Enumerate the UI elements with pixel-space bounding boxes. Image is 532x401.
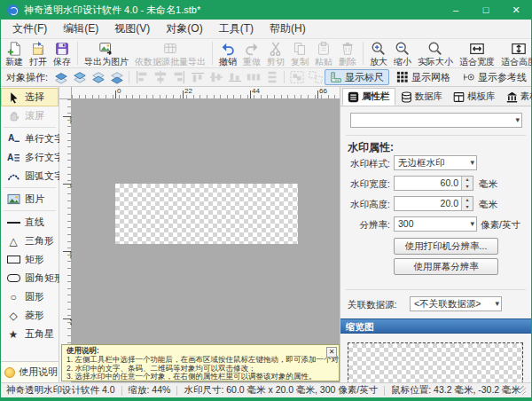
save-icon — [54, 41, 70, 57]
template-icon — [453, 91, 465, 103]
tab-properties[interactable]: 属性栏 — [342, 88, 395, 106]
datasource-label: 关联数据源: — [348, 299, 396, 311]
tool-multi-line-text[interactable]: A 多行文字 — [1, 148, 59, 167]
app-window: 神奇透明水印设计软件 4.0 - 未命名1.stb* – □ ✕ 文件(F) 编… — [0, 0, 532, 401]
delete-button: 删除 — [336, 40, 359, 67]
menu-edit[interactable]: 编辑(E) — [55, 19, 106, 39]
save-button[interactable]: 保存 — [51, 40, 74, 67]
tool-line[interactable]: 直线 — [1, 213, 59, 232]
style-dropdown[interactable]: 无边框水印 — [394, 155, 477, 170]
minimize-button[interactable]: – — [441, 0, 471, 20]
open-file-icon — [30, 41, 46, 57]
watermark-object[interactable] — [115, 184, 298, 244]
tool-star[interactable]: ★ 五角星 — [1, 325, 59, 343]
maximize-button[interactable]: □ — [471, 0, 501, 20]
width-input[interactable]: 60.0▴▾ — [394, 176, 473, 191]
height-input[interactable]: 20.0▴▾ — [394, 196, 473, 211]
send-to-back-button[interactable] — [107, 69, 126, 85]
fit-height-button[interactable]: 适合高度 — [498, 40, 532, 67]
help-button[interactable]: 使用说明 — [1, 361, 59, 382]
menu-help[interactable]: 帮助(H) — [262, 19, 314, 39]
title-bar: 神奇透明水印设计软件 4.0 - 未命名1.stb* – □ ✕ — [1, 0, 531, 20]
open-button[interactable]: 打开 — [27, 40, 50, 67]
tool-circle[interactable]: ○ 圆形 — [1, 287, 59, 306]
new-button[interactable]: 新建 — [3, 40, 26, 67]
width-spinner[interactable]: ▴▾ — [461, 177, 473, 190]
undo-button[interactable]: 撤销 — [216, 40, 239, 67]
zoom-in-button[interactable]: 放大 — [367, 40, 390, 67]
rectangle-icon — [5, 256, 21, 263]
tool-rounded-rectangle[interactable]: 圆角矩形 — [1, 269, 59, 287]
diamond-icon: ◇ — [5, 311, 21, 321]
export-image-button[interactable]: 导出为图片 — [82, 40, 131, 67]
show-ruler-toggle[interactable]: 显示标尺 — [325, 69, 389, 85]
properties-icon — [348, 91, 359, 103]
fit-width-button[interactable]: 适合宽度 — [457, 40, 497, 67]
menu-view[interactable]: 视图(V) — [106, 19, 158, 39]
instructions-close-button[interactable]: ✕ — [326, 347, 337, 358]
window-controls: – □ ✕ — [441, 0, 531, 20]
main-area: 选择 滚屏 A 单行文字 A 多行文字 圆弧文字 图片 — [1, 87, 531, 382]
close-button[interactable]: ✕ — [501, 0, 531, 20]
zoom-in-icon — [371, 41, 387, 57]
send-backward-button[interactable] — [89, 69, 107, 85]
dpi-dropdown[interactable]: 300 — [394, 216, 477, 232]
toolbar-separator — [77, 42, 78, 65]
zoom-out-button[interactable]: 缩小 — [391, 40, 414, 67]
align-top-button — [188, 69, 207, 85]
vertical-ruler: 22 0 22 44 — [59, 99, 72, 382]
menu-object[interactable]: 对象(O) — [158, 19, 210, 39]
use-screen-dpi-button[interactable]: 使用屏幕分辨率 — [394, 258, 498, 275]
dpi-unit: 像素/英寸 — [481, 219, 520, 232]
redo-button: 重做 — [240, 40, 263, 67]
bring-forward-button[interactable] — [70, 69, 89, 85]
show-grid-toggle[interactable]: 显示网格 — [391, 69, 456, 85]
window-title: 神奇透明水印设计软件 4.0 - 未命名1.stb* — [24, 4, 200, 17]
show-guides-toggle[interactable]: 显示参考线 — [458, 69, 532, 85]
horizontal-ruler: 0 22 44 66 — [72, 87, 341, 99]
panel-tabs: 属性栏 数据库 模板库 素材库 — [340, 87, 531, 106]
tool-diamond[interactable]: ◇ 菱形 — [1, 306, 59, 325]
use-printer-dpi-button[interactable]: 使用打印机分辨率... — [394, 238, 498, 255]
spin-down-icon: ▾ — [462, 184, 473, 191]
object-selector-dropdown[interactable] — [350, 113, 522, 128]
height-unit: 毫米 — [479, 199, 497, 211]
tab-materials[interactable]: 素材库 — [501, 88, 532, 106]
toolbar-separator — [129, 71, 129, 83]
main-toolbar: 新建 打开 保存 导出为图片 依数据源批量导出 撤销 重做 — [1, 39, 531, 68]
resize-grip[interactable] — [520, 386, 526, 395]
menu-tools[interactable]: 工具(T) — [211, 19, 262, 39]
guides-icon — [463, 71, 475, 83]
actual-size-button[interactable]: 实际大小 — [415, 40, 456, 67]
rounded-rect-icon — [5, 274, 21, 282]
cut-button: 剪切 — [264, 40, 287, 67]
tool-rectangle[interactable]: 矩形 — [1, 250, 59, 269]
view-toggles: 显示标尺 显示网格 显示参考线 — [325, 69, 532, 85]
copy-button: 复制 — [288, 40, 311, 67]
width-unit: 毫米 — [479, 178, 497, 191]
datasource-dropdown[interactable]: <不关联数据源> — [410, 296, 502, 311]
canvas[interactable] — [72, 99, 341, 382]
height-spinner[interactable]: ▴▾ — [461, 197, 473, 210]
cut-icon — [268, 41, 284, 57]
tool-single-line-text[interactable]: A 单行文字 — [1, 130, 59, 148]
lightbulb-icon — [4, 367, 15, 378]
tool-image[interactable]: 图片 — [1, 190, 59, 208]
multi-line-text-icon: A — [5, 152, 21, 163]
paste-button: 粘贴 — [312, 40, 335, 67]
new-file-icon — [6, 41, 22, 57]
align-center-icon — [153, 70, 168, 84]
tab-database[interactable]: 数据库 — [395, 88, 449, 106]
tool-select[interactable]: 选择 — [1, 88, 59, 106]
tool-triangle[interactable]: △ 三角形 — [1, 232, 59, 250]
canvas-wrap: 0 22 44 66 22 0 22 44 使用说明: 1. 左侧工具栏中选择一… — [59, 87, 341, 382]
menu-file[interactable]: 文件(F) — [4, 19, 55, 39]
group-icon — [289, 70, 305, 84]
status-zoom: 缩放: 44% — [129, 384, 171, 397]
ruler-icon — [330, 71, 342, 83]
status-bar: 神奇透明水印设计软件 4.0 缩放: 44% 水印尺寸: 60.0 毫米 x 2… — [1, 382, 531, 397]
tool-arc-text[interactable]: 圆弧文字 — [1, 167, 59, 185]
tab-templates[interactable]: 模板库 — [448, 88, 501, 106]
status-app-name: 神奇透明水印设计软件 4.0 — [6, 384, 115, 397]
bring-to-front-button[interactable] — [51, 69, 70, 85]
